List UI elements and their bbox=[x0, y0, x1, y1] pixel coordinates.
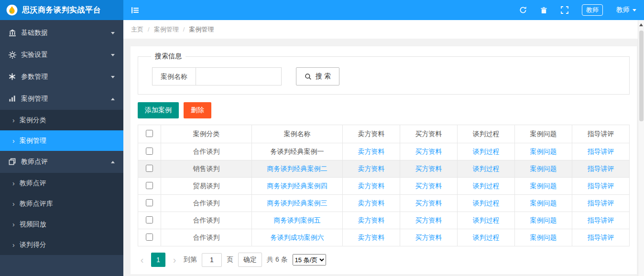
case-name-link[interactable]: 商务谈判经典案例二 bbox=[267, 165, 327, 172]
sidebar-subitem-teacher-review-library[interactable]: › 教师点评库 bbox=[0, 193, 123, 214]
guidance-review-link[interactable]: 指导讲评 bbox=[588, 216, 614, 224]
case-action-cell: 案例问题 bbox=[515, 160, 572, 178]
row-checkbox[interactable] bbox=[146, 148, 153, 155]
sidebar-subitem-case-management[interactable]: › 案例管理 bbox=[0, 130, 123, 151]
sidebar-item-experiment-settings[interactable]: 实验设置 bbox=[0, 44, 123, 66]
case-question-link[interactable]: 案例问题 bbox=[530, 234, 557, 241]
sidebar-item-label: 参数管理 bbox=[21, 73, 107, 81]
guidance-review-link[interactable]: 指导讲评 bbox=[588, 199, 614, 207]
buyer-info-link[interactable]: 买方资料 bbox=[415, 216, 442, 224]
row-checkbox[interactable] bbox=[146, 165, 153, 172]
app-logo-icon bbox=[6, 4, 18, 16]
buyer-info-link[interactable]: 买方资料 bbox=[415, 182, 442, 190]
page-1-button[interactable]: 1 bbox=[151, 253, 165, 267]
menu-toggle-icon[interactable] bbox=[131, 6, 139, 14]
case-action-cell: 案例问题 bbox=[515, 195, 572, 212]
guidance-review-link[interactable]: 指导讲评 bbox=[588, 182, 614, 190]
case-name-link[interactable]: 务谈判成功案例六 bbox=[271, 234, 324, 241]
case-name-input[interactable] bbox=[196, 67, 282, 85]
total-count-label: 共 6 条 bbox=[267, 255, 288, 264]
sidebar-subitem-teacher-review[interactable]: › 教师点评 bbox=[0, 173, 123, 193]
page-size-select[interactable]: 15 条/页 bbox=[293, 254, 326, 265]
scrollbar[interactable] bbox=[638, 20, 644, 276]
case-question-link[interactable]: 案例问题 bbox=[530, 199, 557, 207]
next-page-button[interactable]: › bbox=[170, 255, 179, 265]
topbar-main: 教师 教师 bbox=[123, 0, 644, 20]
chevron-right-icon: › bbox=[12, 117, 15, 124]
case-category-cell: 贸易谈判 bbox=[161, 178, 252, 195]
case-action-cell: 谈判过程 bbox=[458, 229, 515, 246]
guidance-review-link[interactable]: 指导讲评 bbox=[588, 148, 614, 155]
seller-info-link[interactable]: 卖方资料 bbox=[358, 182, 385, 190]
guidance-review-link[interactable]: 指导讲评 bbox=[588, 165, 614, 172]
case-name-link[interactable]: 商务谈判经典案例四 bbox=[267, 182, 327, 190]
page-unit-label: 页 bbox=[227, 255, 233, 264]
negotiation-process-link[interactable]: 谈判过程 bbox=[473, 165, 500, 172]
delete-button[interactable]: 删除 bbox=[184, 102, 211, 118]
breadcrumb-separator: / bbox=[148, 26, 150, 33]
case-question-link[interactable]: 案例问题 bbox=[530, 182, 557, 190]
sidebar-item-teacher-review[interactable]: 教师点评 bbox=[0, 151, 123, 173]
goto-page-input[interactable] bbox=[202, 253, 222, 267]
refresh-icon[interactable] bbox=[519, 6, 527, 14]
negotiation-process-link[interactable]: 谈判过程 bbox=[473, 199, 500, 207]
seller-info-link[interactable]: 卖方资料 bbox=[358, 165, 385, 172]
row-checkbox[interactable] bbox=[146, 182, 153, 189]
case-question-link[interactable]: 案例问题 bbox=[530, 148, 557, 155]
table-row: 合作谈判商务谈判经典案例三卖方资料买方资料谈判过程案例问题指导讲评 bbox=[138, 195, 630, 212]
table-row: 贸易谈判商务谈判经典案例四卖方资料买方资料谈判过程案例问题指导讲评 bbox=[138, 178, 630, 195]
case-question-link[interactable]: 案例问题 bbox=[530, 216, 557, 224]
case-action-cell: 谈判过程 bbox=[458, 212, 515, 229]
column-header-buyer: 买方资料 bbox=[400, 125, 458, 143]
scroll-up-arrow[interactable] bbox=[639, 23, 643, 26]
sidebar-item-label: 实验设置 bbox=[21, 51, 107, 59]
case-action-cell: 买方资料 bbox=[400, 178, 458, 195]
row-checkbox[interactable] bbox=[146, 234, 153, 241]
negotiation-process-link[interactable]: 谈判过程 bbox=[473, 216, 500, 224]
role-badge[interactable]: 教师 bbox=[582, 4, 603, 16]
fullscreen-icon[interactable] bbox=[561, 6, 568, 14]
scrollbar-thumb[interactable] bbox=[639, 31, 644, 121]
sidebar-item-parameter-management[interactable]: 参数管理 bbox=[0, 66, 123, 88]
case-category-cell: 销售谈判 bbox=[161, 160, 252, 178]
seller-info-link[interactable]: 卖方资料 bbox=[358, 199, 385, 207]
confirm-page-button[interactable]: 确定 bbox=[238, 253, 262, 267]
breadcrumb-separator: / bbox=[183, 26, 185, 33]
guidance-review-link[interactable]: 指导讲评 bbox=[588, 234, 614, 241]
sidebar-subitem-negotiation-score[interactable]: › 谈判得分 bbox=[0, 234, 123, 255]
seller-info-link[interactable]: 卖方资料 bbox=[358, 216, 385, 224]
case-action-cell: 指导讲评 bbox=[572, 143, 630, 160]
search-button[interactable]: 搜 索 bbox=[296, 67, 339, 85]
case-name-link[interactable]: 商务谈判案例五 bbox=[274, 216, 321, 224]
buyer-info-link[interactable]: 买方资料 bbox=[415, 148, 442, 155]
trash-icon[interactable] bbox=[540, 7, 547, 14]
breadcrumb-case-management[interactable]: 案例管理 bbox=[154, 25, 179, 34]
seller-info-link[interactable]: 卖方资料 bbox=[358, 148, 385, 155]
prev-page-button[interactable]: ‹ bbox=[138, 255, 146, 265]
buyer-info-link[interactable]: 买方资料 bbox=[415, 199, 442, 207]
buyer-info-link[interactable]: 买方资料 bbox=[415, 234, 442, 241]
negotiation-process-link[interactable]: 谈判过程 bbox=[473, 148, 500, 155]
negotiation-process-link[interactable]: 谈判过程 bbox=[473, 182, 500, 190]
buyer-info-link[interactable]: 买方资料 bbox=[415, 165, 442, 172]
breadcrumb-home[interactable]: 主页 bbox=[131, 25, 143, 34]
add-case-button[interactable]: 添加案例 bbox=[138, 102, 179, 118]
user-menu[interactable]: 教师 bbox=[616, 6, 636, 14]
select-all-checkbox[interactable] bbox=[146, 130, 153, 137]
negotiation-process-link[interactable]: 谈判过程 bbox=[473, 234, 500, 241]
row-checkbox[interactable] bbox=[146, 199, 153, 206]
search-icon bbox=[305, 73, 312, 80]
sidebar-subitem-case-category[interactable]: › 案例分类 bbox=[0, 110, 123, 130]
seller-info-link[interactable]: 卖方资料 bbox=[358, 234, 385, 241]
sidebar-subitem-label: 视频回放 bbox=[20, 220, 46, 229]
sidebar-item-basic-data[interactable]: 基础数据 bbox=[0, 22, 123, 44]
case-question-link[interactable]: 案例问题 bbox=[530, 165, 557, 172]
row-checkbox[interactable] bbox=[146, 216, 153, 223]
sidebar-subitem-label: 教师点评库 bbox=[20, 200, 53, 208]
column-header-name: 案例名称 bbox=[252, 125, 343, 143]
sidebar-item-case-management[interactable]: 案例管理 bbox=[0, 88, 123, 110]
sidebar-subitem-video-playback[interactable]: › 视频回放 bbox=[0, 214, 123, 234]
case-action-cell: 买方资料 bbox=[400, 143, 458, 160]
breadcrumb-current: 案例管理 bbox=[189, 25, 214, 34]
case-name-link[interactable]: 商务谈判经典案例三 bbox=[267, 199, 327, 207]
